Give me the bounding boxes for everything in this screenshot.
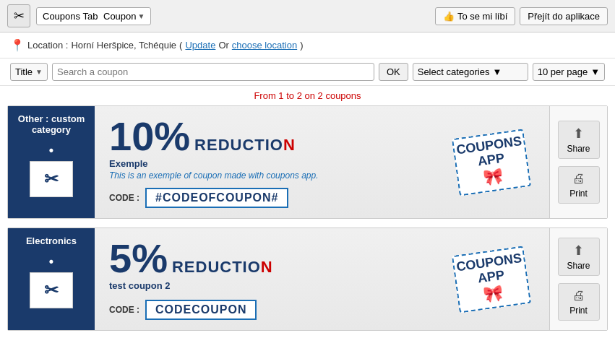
bullet-icon: • [49, 255, 53, 268]
coupon-title: Exemple [109, 158, 147, 169]
coupons-list: Other : custom category • ✂ 10% REDUCTIO… [0, 105, 615, 347]
header-right: 👍 To se mi líbí Přejít do aplikace [435, 7, 608, 25]
perpage-label: 10 per page [538, 66, 588, 77]
location-city: Horní Heršpice, Tchéquie [71, 40, 176, 51]
filter-label: Title [15, 66, 33, 77]
print-button[interactable]: 🖨 Print [558, 166, 600, 204]
coupon-category: Other : custom category • ✂ [8, 106, 95, 218]
scissors-thumbnail: ✂ [30, 272, 73, 308]
coupon-code-row: CODE : CODECOUPON [109, 300, 257, 320]
dropdown-arrow-icon: ▼ [138, 12, 145, 20]
search-bar: Title ▼ OK Select categories ▼ 10 per pa… [0, 58, 615, 86]
location-close-paren: ) [300, 40, 303, 51]
coupon-category: Electronics • ✂ [8, 228, 95, 330]
coupon-amount: 5% [109, 238, 168, 279]
coupon-body: 5% REDUCTION test coupon 2 CODE : CODECO… [95, 228, 549, 330]
badge-ribbon-icon: 🎀 [483, 282, 504, 304]
coupon-code: #CODEOFCOUPON# [145, 188, 288, 208]
coupon-card: Electronics • ✂ 5% REDUCTION test coupon… [7, 228, 608, 331]
category-dropdown[interactable]: Select categories ▼ [413, 63, 528, 81]
search-input-wrap [52, 63, 374, 81]
location-bar: 📍 Location : Horní Heršpice, Tchéquie ( … [0, 32, 615, 58]
location-label: Location : [27, 40, 68, 51]
coupons-app-badge: COUPONS APP 🎀 [452, 246, 531, 313]
coupon-card: Other : custom category • ✂ 10% REDUCTIO… [7, 105, 608, 219]
reduction-row: 5% REDUCTION [109, 238, 273, 279]
perpage-arrow-icon: ▼ [590, 66, 600, 77]
app-title-text: Coupons Tab [43, 11, 98, 22]
badge-ribbon-icon: 🎀 [483, 165, 504, 187]
search-input[interactable] [53, 64, 374, 80]
coupon-code: CODECOUPON [145, 300, 257, 320]
results-info: From 1 to 2 on 2 coupons [0, 86, 615, 105]
category-arrow-icon: ▼ [492, 66, 502, 77]
scissors-thumbnail: ✂ [30, 161, 73, 197]
header-left: ✂ Coupons Tab Coupon ▼ [7, 4, 151, 27]
coupon-body: 10% REDUCTION Exemple This is an exemple… [95, 106, 549, 218]
code-label: CODE : [109, 305, 139, 315]
logo-icon: ✂ [7, 4, 30, 27]
location-open-paren: ( [179, 40, 182, 51]
print-icon: 🖨 [572, 171, 585, 186]
filter-arrow-icon: ▼ [35, 68, 43, 76]
goto-app-button[interactable]: Přejít do aplikace [520, 7, 608, 25]
coupon-actions: ⬆ Share 🖨 Print [549, 228, 607, 330]
location-or: Or [218, 40, 228, 51]
app-title-dropdown[interactable]: Coupons Tab Coupon ▼ [36, 7, 151, 25]
code-label: CODE : [109, 193, 139, 203]
search-ok-button[interactable]: OK [379, 63, 408, 81]
print-icon: 🖨 [572, 288, 585, 303]
thumbs-up-icon: 👍 [443, 11, 455, 22]
coupons-app-badge: COUPONS APP 🎀 [452, 129, 531, 196]
like-button[interactable]: 👍 To se mi líbí [435, 7, 515, 25]
category-label: Select categories [418, 66, 490, 77]
coupon-actions: ⬆ Share 🖨 Print [549, 106, 607, 218]
update-location-link[interactable]: Update [185, 40, 215, 51]
share-button[interactable]: ⬆ Share [558, 238, 600, 276]
coupon-description: This is an exemple of coupon made with c… [109, 170, 319, 181]
reduction-row: 10% REDUCTION [109, 116, 296, 157]
coupon-amount: 10% [109, 116, 190, 157]
header: ✂ Coupons Tab Coupon ▼ 👍 To se mi líbí P… [0, 0, 615, 32]
print-button[interactable]: 🖨 Print [558, 283, 600, 321]
choose-location-link[interactable]: choose location [232, 40, 297, 51]
coupon-code-row: CODE : #CODEOFCOUPON# [109, 188, 288, 208]
bullet-icon: • [49, 144, 53, 157]
coupon-reduction-label: REDUCTION [194, 137, 296, 153]
coupon-reduction-label: REDUCTION [172, 259, 273, 275]
filter-dropdown[interactable]: Title ▼ [10, 63, 48, 81]
dropdown-label: Coupon [103, 11, 137, 22]
perpage-dropdown[interactable]: 10 per page ▼ [533, 63, 605, 81]
share-button[interactable]: ⬆ Share [558, 121, 600, 159]
coupon-title: test coupon 2 [109, 280, 171, 291]
share-icon: ⬆ [573, 126, 584, 142]
location-pin-icon: 📍 [10, 38, 25, 52]
share-icon: ⬆ [573, 243, 584, 259]
